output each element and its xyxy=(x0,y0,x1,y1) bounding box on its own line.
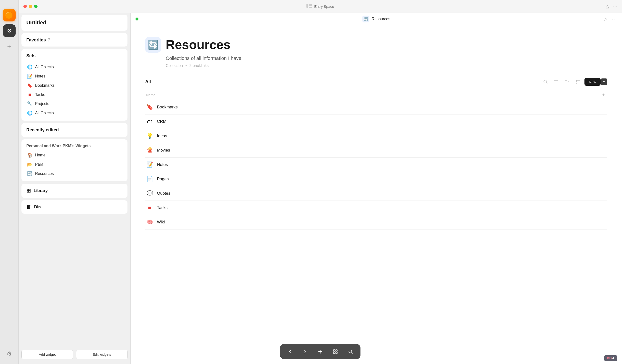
new-button[interactable]: New xyxy=(584,78,601,86)
table-row-tasks[interactable]: ■ Tasks xyxy=(145,201,607,215)
library-item[interactable]: ⊞ Library xyxy=(21,184,127,198)
window-minimize-button[interactable] xyxy=(29,5,32,8)
sidebar-item-tasks[interactable]: ■ Tasks xyxy=(24,90,125,99)
share-toolbar-icon[interactable]: △ xyxy=(604,16,608,22)
window-close-button[interactable] xyxy=(23,5,27,8)
ideas-row-name: Ideas xyxy=(157,134,607,138)
sidebar-item-all-objects-1[interactable]: 🌐 All Objects xyxy=(24,62,125,72)
resource-header: 🔄 Resources xyxy=(145,37,607,53)
svg-line-25 xyxy=(351,353,352,354)
title-bar: Entry Space △ ··· xyxy=(19,0,622,13)
sidebar-recently-edited-section: Recently edited xyxy=(21,123,127,137)
view-options-button[interactable] xyxy=(574,78,582,86)
pages-row-icon: 📄 xyxy=(145,176,154,182)
resource-backlinks: 2 backlinks xyxy=(189,64,209,68)
svg-line-5 xyxy=(546,83,547,84)
sidebar-sets-section: Sets 🌐 All Objects 📝 Notes 🔖 Bookmarks xyxy=(21,49,127,121)
table-row-crm[interactable]: 🗃 CRM xyxy=(145,115,607,129)
edit-widgets-button[interactable]: Edit widgets xyxy=(76,350,128,359)
wrench-icon: 🔧 xyxy=(27,101,33,106)
table-row-ideas[interactable]: 💡 Ideas xyxy=(145,129,607,143)
favorites-count: 7 xyxy=(48,38,50,43)
sidebar-item-label: Para xyxy=(35,162,43,167)
add-column-button[interactable]: + xyxy=(600,92,607,97)
svg-rect-22 xyxy=(333,352,335,354)
nav-search-button[interactable] xyxy=(345,346,356,357)
sidebar-item-label: Tasks xyxy=(35,93,45,97)
wiki-row-icon: 🧠 xyxy=(145,219,154,225)
window-maximize-button[interactable] xyxy=(34,5,38,8)
recently-edited-header[interactable]: Recently edited xyxy=(21,123,127,137)
content-title-bar: 🔄 Resources xyxy=(362,16,390,22)
widgets-header: Personal and Work PKM's Widgets xyxy=(21,139,127,151)
resource-meta: Collection • 2 backlinks xyxy=(145,64,607,68)
table-row-wiki[interactable]: 🧠 Wiki xyxy=(145,215,607,230)
library-label: Library xyxy=(34,188,48,193)
search-filter-button[interactable] xyxy=(542,78,549,86)
sidebar-item-para[interactable]: 📂 Para xyxy=(24,160,125,169)
pages-row-name: Pages xyxy=(157,177,607,182)
nav-grid-button[interactable] xyxy=(330,346,340,357)
svg-rect-21 xyxy=(336,350,337,351)
svg-point-4 xyxy=(544,80,547,83)
ideas-row-icon: 💡 xyxy=(145,133,154,139)
untitled-label[interactable]: Untitled xyxy=(21,15,127,31)
filter-icons: New ▾ xyxy=(542,78,607,86)
sidebar-toggle-button[interactable] xyxy=(306,4,312,9)
dock-app-circle[interactable]: ⊗ xyxy=(3,24,16,37)
share-icon[interactable]: △ xyxy=(606,4,609,9)
favorites-header[interactable]: Favorites 7 xyxy=(21,33,127,47)
sidebar-item-all-objects-2[interactable]: 🌐 All Objects xyxy=(24,108,125,118)
sets-list: 🌐 All Objects 📝 Notes 🔖 Bookmarks ■ Task… xyxy=(21,62,127,121)
nav-forward-button[interactable] xyxy=(300,346,310,357)
favorites-label: Favorites xyxy=(26,38,46,43)
xda-badge-text: XDA xyxy=(604,355,617,361)
table-row-pages[interactable]: 📄 Pages xyxy=(145,172,607,186)
sidebar-action-bar: Add widget Edit widgets xyxy=(19,350,131,359)
table-row-quotes[interactable]: 💬 Quotes xyxy=(145,186,607,201)
sidebar-widgets-section: Personal and Work PKM's Widgets 🏠 Home 📂… xyxy=(21,139,127,181)
dock-settings-button[interactable]: ⚙ xyxy=(3,347,16,360)
content-area: 🔄 Resources Collections of all informati… xyxy=(131,25,622,239)
nav-back-button[interactable] xyxy=(285,346,295,357)
sidebar-item-notes[interactable]: 📝 Notes xyxy=(24,72,125,81)
dock-app-orange[interactable]: 🟠 xyxy=(3,9,16,21)
sidebar-item-projects[interactable]: 🔧 Projects xyxy=(24,99,125,108)
more-toolbar-icon[interactable]: ··· xyxy=(612,16,617,22)
dock-add-button[interactable]: + xyxy=(3,40,16,53)
sidebar-item-bookmarks[interactable]: 🔖 Bookmarks xyxy=(24,81,125,90)
notes-row-icon: 📝 xyxy=(145,162,154,168)
add-widget-button[interactable]: Add widget xyxy=(21,350,73,359)
resource-type: Collection xyxy=(166,64,183,68)
filter-button[interactable] xyxy=(552,78,560,86)
bin-item[interactable]: 🗑 Bin xyxy=(21,200,127,214)
svg-point-13 xyxy=(576,81,577,82)
notes-row-name: Notes xyxy=(157,162,607,167)
crm-row-name: CRM xyxy=(157,119,607,124)
sidebar-item-label: Bookmarks xyxy=(35,83,55,88)
svg-rect-1 xyxy=(309,4,312,5)
content-toolbar: 🔄 Resources △ ··· xyxy=(131,13,622,25)
table-row-notes[interactable]: 📝 Notes xyxy=(145,158,607,172)
xda-watermark: XDA xyxy=(604,355,617,361)
sets-header[interactable]: Sets xyxy=(21,49,127,62)
resources-icon: 🔄 xyxy=(27,171,33,176)
bookmarks-row-name: Bookmarks xyxy=(157,105,607,110)
svg-rect-3 xyxy=(309,7,312,8)
bin-icon: 🗑 xyxy=(26,204,31,210)
library-icon: ⊞ xyxy=(26,188,31,194)
more-options-icon[interactable]: ··· xyxy=(613,4,617,9)
new-dropdown-button[interactable]: ▾ xyxy=(601,78,607,85)
svg-rect-0 xyxy=(306,4,308,8)
sort-button[interactable] xyxy=(563,78,571,86)
sidebar-item-resources[interactable]: 🔄 Resources xyxy=(24,169,125,178)
nav-add-button[interactable] xyxy=(315,346,325,357)
svg-point-12 xyxy=(576,80,577,81)
table-row-movies[interactable]: 🍿 Movies xyxy=(145,143,607,158)
table-row-bookmarks[interactable]: 🔖 Bookmarks xyxy=(145,100,607,115)
sidebar-item-label: Home xyxy=(35,153,46,157)
resource-dot: • xyxy=(185,64,187,68)
sidebar-item-home[interactable]: 🏠 Home xyxy=(24,151,125,160)
sidebar-item-label: All Objects xyxy=(35,65,54,69)
sets-label: Sets xyxy=(26,53,36,58)
